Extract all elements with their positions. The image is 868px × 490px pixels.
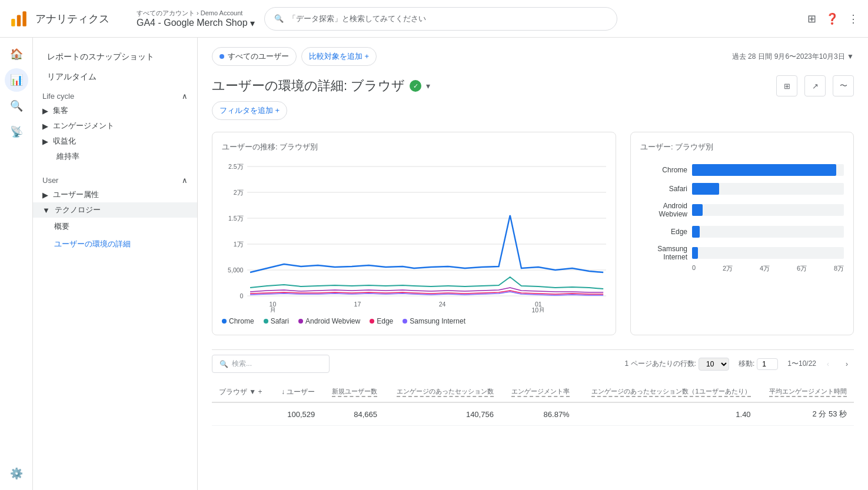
chevron-down-icon: ▼	[42, 206, 50, 215]
svg-text:1.5万: 1.5万	[228, 215, 243, 222]
svg-text:17: 17	[354, 301, 361, 308]
chevron-up-icon: ∧	[182, 92, 188, 101]
bar-row-safari: Safari	[640, 183, 844, 195]
property-selector[interactable]: GA4 - Google Merch Shop ▾	[137, 18, 255, 29]
sidebar-item-user-attr[interactable]: ▶ ユーザー属性	[33, 187, 197, 202]
chevron-right-icon2: ▶	[42, 122, 48, 131]
line-chart-container: 2.5万 2万 1.5万 1万 5,000 0	[222, 159, 606, 312]
header-actions: ⊞ ↗ 〜	[776, 75, 854, 96]
svg-rect-1	[17, 15, 21, 26]
all-users-chip[interactable]: すべてのユーザー	[212, 47, 297, 66]
chevron-right-icon4: ▶	[42, 191, 48, 199]
line-chart-card: ユーザーの推移: ブラウザ別 2.5万 2万 1.5万 1万 5,000 0	[212, 132, 616, 335]
more-icon[interactable]: ⋮	[848, 12, 859, 25]
bar-chart-container: Chrome Safari AndroidWebview	[640, 159, 844, 262]
add-compare-button[interactable]: 比較対象を追加 +	[301, 47, 377, 66]
goto-input[interactable]	[757, 358, 778, 370]
sidebar-child-overview[interactable]: 概要	[33, 218, 197, 235]
main-content: すべてのユーザー 比較対象を追加 + 過去 28 日間 9月6〜2023年10月…	[198, 38, 868, 490]
sidebar-item-acquisition[interactable]: ▶ 集客	[33, 103, 197, 118]
svg-text:5,000: 5,000	[228, 266, 243, 274]
sidebar-section-lifecycle[interactable]: Life cycle ∧	[33, 87, 197, 103]
legend-edge: Edge	[370, 317, 393, 325]
footer-new-users: 84,665	[322, 402, 384, 426]
chevron-up-icon2: ∧	[182, 176, 188, 185]
svg-text:24: 24	[439, 301, 446, 308]
dropdown-icon[interactable]: ▾	[426, 81, 430, 91]
ga-logo-icon	[9, 9, 28, 28]
account-nav: すべてのアカウント › Demo Account GA4 - Google Me…	[137, 9, 255, 29]
page-nav: 1〜10/22 ‹ ›	[787, 357, 854, 371]
legend-safari: Safari	[264, 317, 289, 325]
table-header-row: ブラウザ ▼ + ↓ ユーザー 新規ユーザー数	[212, 382, 854, 402]
svg-text:月: 月	[270, 306, 276, 312]
bar-x-axis: 0 2万 4万 6万 8万	[640, 264, 844, 273]
col-browser[interactable]: ブラウザ ▼ +	[212, 382, 272, 402]
help-icon[interactable]: ❓	[826, 12, 839, 25]
sidebar-section-user[interactable]: User ∧	[33, 171, 197, 187]
table-search[interactable]: 🔍 検索...	[212, 355, 330, 373]
col-engaged-sessions[interactable]: エンゲージのあったセッション数	[384, 382, 501, 402]
bar-chart-title: ユーザー: ブラウザ別	[640, 142, 844, 152]
pagination-controls: 1 ページあたりの行数: 10 25 50 移動: 1〜10/22 ‹ ›	[625, 357, 854, 371]
legend-chrome: Chrome	[222, 317, 254, 325]
breadcrumb: すべてのアカウント › Demo Account	[137, 9, 255, 18]
goto-page: 移動:	[739, 358, 778, 370]
col-new-users[interactable]: 新規ユーザー数	[322, 382, 384, 402]
col-engagement-rate[interactable]: エンゲージメント率	[501, 382, 577, 402]
share-button[interactable]: ↗	[804, 75, 826, 96]
sidebar-item-realtime[interactable]: リアルタイム	[33, 67, 197, 87]
svg-rect-0	[11, 19, 15, 26]
topbar: アナリティクス すべてのアカウント › Demo Account GA4 - G…	[0, 0, 868, 38]
search-icon: 🔍	[274, 14, 284, 23]
more-options-button[interactable]: 〜	[833, 75, 854, 96]
data-table: ブラウザ ▼ + ↓ ユーザー 新規ユーザー数	[212, 382, 854, 426]
search-bar[interactable]: 🔍 「データ探索」と検索してみてください	[264, 7, 617, 31]
footer-label	[212, 402, 272, 426]
nav-advertising[interactable]: 📡	[5, 120, 28, 144]
prev-page-button[interactable]: ‹	[821, 357, 835, 371]
per-page-dropdown[interactable]: 10 25 50	[699, 358, 729, 371]
col-users[interactable]: ↓ ユーザー	[272, 382, 322, 402]
nav-settings[interactable]: ⚙️	[5, 462, 28, 485]
line-chart-svg: 2.5万 2万 1.5万 1万 5,000 0	[222, 159, 606, 312]
date-range[interactable]: 過去 28 日間 9月6〜2023年10月3日 ▼	[732, 52, 854, 62]
topbar-icons: ⊞ ❓ ⋮	[807, 12, 859, 25]
add-filter-button[interactable]: フィルタを追加 +	[212, 101, 287, 120]
nav-reports[interactable]: 📊	[5, 68, 28, 92]
logo-area: アナリティクス	[9, 9, 127, 28]
chart-type-button[interactable]: ⊞	[776, 75, 797, 96]
sidebar-item-snapshot[interactable]: レポートのスナップショット	[33, 47, 197, 67]
chevron-right-icon3: ▶	[42, 137, 48, 146]
sidebar-item-technology[interactable]: ▼ テクノロジー	[33, 202, 197, 218]
app-title: アナリティクス	[35, 12, 109, 26]
nav-home[interactable]: 🏠	[5, 42, 28, 66]
app-layout: 🏠 📊 🔍 📡 ⚙️ レポートのスナップショット リアルタイム Life cyc…	[0, 38, 868, 490]
grid-icon[interactable]: ⊞	[807, 12, 816, 25]
sidebar-child-user-env[interactable]: ユーザーの環境の詳細	[33, 235, 197, 253]
footer-users: 100,529	[272, 402, 322, 426]
bar-row-edge: Edge	[640, 226, 844, 238]
legend-samsung: Samsung Internet	[403, 317, 465, 325]
table-controls: 🔍 検索... 1 ページあたりの行数: 10 25 50 移動:	[212, 349, 854, 378]
segment-chips: すべてのユーザー 比較対象を追加 +	[212, 47, 377, 66]
sidebar-item-engagement[interactable]: ▶ エンゲージメント	[33, 118, 197, 134]
footer-sessions-per-user: 1.40	[577, 402, 758, 426]
table-footer-row: 100,529 84,665 140,756 86.87% 1.40 2 分 5…	[212, 402, 854, 426]
sidebar-item-monetization[interactable]: ▶ 収益化	[33, 134, 197, 149]
col-avg-engagement[interactable]: 平均エンゲージメント時間	[758, 382, 854, 402]
charts-row: ユーザーの推移: ブラウザ別 2.5万 2万 1.5万 1万 5,000 0	[212, 132, 854, 335]
sidebar: レポートのスナップショット リアルタイム Life cycle ∧ ▶ 集客 ▶…	[33, 38, 198, 490]
svg-text:0: 0	[240, 292, 244, 299]
chevron-right-icon: ▶	[42, 106, 48, 115]
bar-chart-card: ユーザー: ブラウザ別 Chrome Safari	[630, 132, 854, 335]
status-icon: ✓	[410, 80, 421, 92]
svg-text:10月: 10月	[532, 306, 546, 312]
footer-engagement-rate: 86.87%	[501, 402, 577, 426]
nav-explore[interactable]: 🔍	[5, 94, 28, 118]
next-page-button[interactable]: ›	[840, 357, 854, 371]
line-chart-legend: Chrome Safari Android Webview Edge	[222, 317, 606, 325]
sidebar-item-retention[interactable]: 維持率	[33, 149, 197, 164]
svg-text:2万: 2万	[234, 189, 244, 196]
col-sessions-per-user[interactable]: エンゲージのあったセッション数（1ユーザーあたり）	[577, 382, 758, 402]
